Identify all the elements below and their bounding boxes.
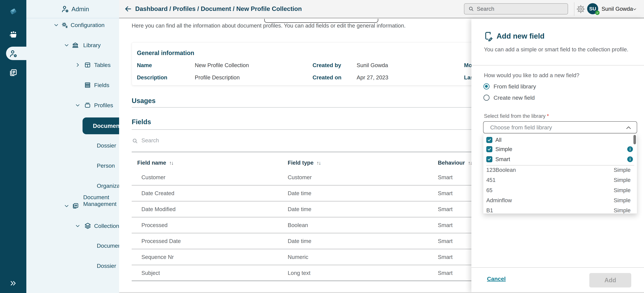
breadcrumb[interactable]: Dashboard / Profiles / Document / New Pr… [135, 0, 302, 18]
list-item[interactable]: B1Simple [483, 206, 637, 214]
field-library-select[interactable]: Choose from field library [483, 121, 637, 134]
column-header-behaviour[interactable]: Behaviour↑↓ [438, 156, 472, 169]
chevron-down-icon[interactable] [64, 42, 70, 48]
search-input[interactable] [477, 6, 561, 12]
cancel-button[interactable]: Cancel [487, 276, 506, 282]
topbar: Dashboard / Profiles / Document / New Pr… [119, 0, 644, 18]
select-field-label: Select field from the library* [484, 113, 549, 119]
rail-item-documents[interactable] [0, 68, 26, 78]
field-label: Created by [312, 62, 341, 68]
sidebar-item-configuration[interactable]: Configuration [26, 21, 119, 29]
info-icon[interactable]: i [627, 156, 633, 162]
admin-user-gear-icon [61, 5, 70, 14]
filter-option-smart[interactable]: Smart i [483, 155, 637, 164]
dropdown-scrollbar[interactable] [634, 135, 636, 144]
status-badge [595, 10, 600, 15]
info-icon[interactable]: i [627, 146, 633, 152]
filter-label: Smart [495, 155, 510, 164]
sidebar-item-dossier[interactable]: Dossier [26, 142, 119, 150]
search-icon [132, 138, 138, 144]
fields-search-input[interactable] [142, 137, 276, 144]
sidebar-item-profiles[interactable]: Profiles [26, 101, 119, 109]
table-row[interactable]: CustomerCustomerSmart [132, 170, 510, 186]
sidebar-item-label: Collections [94, 222, 122, 230]
fields-icon [84, 82, 91, 89]
filter-option-simple[interactable]: Simple i [483, 145, 637, 154]
checkbox-checked-icon[interactable] [486, 137, 492, 143]
horizontal-scrollbar[interactable] [119, 292, 644, 293]
chevron-up-icon[interactable] [626, 126, 632, 130]
table-row[interactable]: Date ModifiedDate timeSmart [132, 201, 510, 217]
sidebar-item-document-management[interactable]: Document Management [26, 198, 119, 214]
chevron-down-icon[interactable] [632, 7, 637, 12]
sidebar-item-collections-dossier[interactable]: Dossier [26, 262, 119, 270]
table-row[interactable]: Sequence NrNumericSmart [132, 249, 510, 265]
rail-item-teams[interactable] [0, 30, 26, 40]
arrow-left-icon [124, 4, 132, 13]
sidebar-item-label: Tables [94, 61, 110, 69]
sidebar-item-organization[interactable]: Organization [26, 182, 119, 190]
back-button[interactable] [124, 4, 132, 13]
radio-from-field-library[interactable]: From field library [484, 82, 536, 90]
admin-user-gear-icon [8, 49, 18, 58]
settings-button[interactable] [576, 4, 586, 14]
rail-item-admin[interactable] [0, 49, 26, 58]
column-header-field-name[interactable]: Field name↑↓ [137, 156, 173, 169]
list-item[interactable]: 65Simple [483, 185, 637, 195]
sidebar-item-label: Fields [94, 81, 109, 89]
table-row[interactable]: Date CreatedDate timeSmart [132, 186, 510, 201]
sidebar-item-tables[interactable]: Tables [26, 61, 119, 69]
field-value: New Profile Collection [195, 62, 249, 68]
app-logo[interactable] [0, 6, 26, 18]
filter-option-all[interactable]: All [483, 136, 637, 144]
add-button[interactable]: Add [589, 273, 631, 288]
chevron-down-icon[interactable] [53, 22, 59, 28]
field-value: Sunil Gowda [357, 62, 388, 68]
fields-section-title: Fields [132, 118, 151, 126]
sidebar-item-library[interactable]: Library [26, 41, 119, 49]
radio-selected-icon[interactable] [484, 84, 490, 90]
chevron-down-icon[interactable] [64, 203, 70, 209]
search-underline [132, 152, 510, 152]
card-title: General information [137, 50, 194, 56]
table-row[interactable]: SubjectLong textSmart [132, 265, 510, 281]
sidebar-item-person[interactable]: Person [26, 162, 119, 170]
chevron-down-icon[interactable] [75, 223, 81, 229]
sidebar-item-collections-document[interactable]: Document [26, 242, 119, 250]
filter-label: All [495, 136, 502, 144]
global-search[interactable] [464, 3, 568, 14]
icon-rail [0, 0, 26, 293]
teams-icon [8, 30, 18, 40]
general-information-card: General information Name New Profile Col… [132, 42, 522, 86]
checkbox-checked-icon[interactable] [486, 146, 492, 152]
sidebar-item-label: Library [83, 41, 101, 49]
rail-expand-button[interactable] [0, 279, 26, 288]
user-menu[interactable]: Sunil Gowda [602, 0, 633, 18]
panel-title: Add new field [496, 32, 544, 40]
sidebar-item-fields[interactable]: Fields [26, 81, 119, 89]
partial-tab-outline [264, 19, 378, 23]
sort-icon[interactable]: ↑↓ [169, 160, 173, 166]
radio-unselected-icon[interactable] [484, 95, 490, 101]
table-row[interactable]: Processed DateDate timeSmart [132, 233, 510, 249]
sort-icon[interactable]: ↑↓ [316, 160, 320, 166]
chevron-right-icon[interactable] [75, 62, 81, 68]
sidebar-header-label: Admin [72, 0, 89, 18]
radio-create-new-field[interactable]: Create new field [484, 94, 535, 102]
checkbox-checked-icon[interactable] [486, 156, 492, 162]
chevron-down-icon[interactable] [75, 102, 81, 108]
field-label: Description [137, 74, 168, 81]
sidebar-header-admin: Admin [26, 0, 119, 18]
sidebar-item-collections[interactable]: Collections [26, 222, 119, 230]
sidebar-item-label: Profiles [94, 101, 113, 109]
library-icon [72, 42, 79, 49]
table-row[interactable]: ProcessedBooleanSmart [132, 217, 510, 233]
list-item[interactable]: 451Simple [483, 175, 637, 185]
collections-icon [84, 222, 92, 230]
column-header-field-type[interactable]: Field type↑↓ [288, 156, 320, 169]
list-item[interactable]: 123BooleanSimple [483, 165, 637, 175]
sidebar-item-label: Document [97, 242, 123, 250]
list-item[interactable]: AdminflowSimple [483, 195, 637, 206]
field-value: Apr 27, 2023 [357, 74, 388, 81]
fields-search[interactable] [132, 136, 510, 149]
